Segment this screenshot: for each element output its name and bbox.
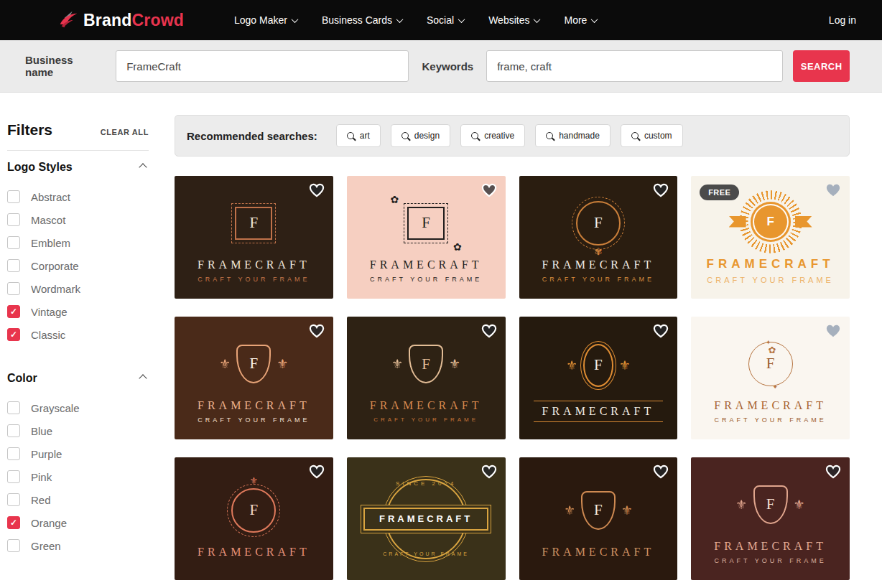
filter-option-blue[interactable]: Blue xyxy=(7,419,149,442)
recommended-pill-creative[interactable]: creative xyxy=(460,124,525,147)
filter-option-corporate[interactable]: Corporate xyxy=(7,254,149,277)
checkbox[interactable] xyxy=(7,493,20,506)
login-link[interactable]: Log in xyxy=(829,14,856,26)
heart-icon[interactable] xyxy=(309,465,325,479)
monogram: F xyxy=(766,215,774,229)
name-ribbon: FRAMECRAFT xyxy=(363,508,488,531)
filter-option-green[interactable]: Green xyxy=(7,534,149,557)
monogram: F xyxy=(422,355,430,373)
nav-more[interactable]: More xyxy=(564,14,597,26)
heart-icon[interactable] xyxy=(825,465,841,479)
filter-option-red[interactable]: Red xyxy=(7,488,149,511)
checkbox[interactable] xyxy=(7,213,20,226)
filter-option-vintage[interactable]: Vintage xyxy=(7,300,149,323)
heart-icon[interactable] xyxy=(825,324,841,338)
recommended-label: Recommended searches: xyxy=(187,130,317,142)
checkbox[interactable] xyxy=(7,305,20,318)
recommended-pill-custom[interactable]: custom xyxy=(621,124,683,147)
brandcrowd-logo[interactable]: BrandCrowd xyxy=(57,9,184,31)
keywords-label: Keywords xyxy=(422,60,473,73)
rose-icon: ✿ xyxy=(453,241,462,253)
logo-card[interactable]: ⚜ F ⚜ FRAMECRAFT CRAFT YOUR FRAME xyxy=(175,317,333,439)
checkbox[interactable] xyxy=(7,516,20,529)
chevron-down-icon xyxy=(458,16,465,23)
logo-tagline: CRAFT YOUR FRAME xyxy=(715,416,827,424)
heart-icon[interactable] xyxy=(653,324,669,338)
logo-card[interactable]: F FRAMECRAFT CRAFT YOUR FRAME xyxy=(175,176,333,299)
heart-icon[interactable] xyxy=(653,465,669,479)
checkbox[interactable] xyxy=(7,236,20,249)
filter-option-purple[interactable]: Purple xyxy=(7,442,149,465)
logo-card[interactable]: F ✾ FRAMECRAFT CRAFT YOUR FRAME xyxy=(519,176,678,299)
heart-icon[interactable] xyxy=(309,183,325,197)
checkbox[interactable] xyxy=(7,282,20,295)
flourish-icon: ⚜ xyxy=(621,503,633,518)
chevron-up-icon xyxy=(139,163,147,171)
checkbox[interactable] xyxy=(7,190,20,203)
brandcrowd-logo-icon xyxy=(57,9,79,31)
filter-option-emblem[interactable]: Emblem xyxy=(7,231,149,254)
filter-option-wordmark[interactable]: Wordmark xyxy=(7,277,149,300)
recommended-pill-handmade[interactable]: handmade xyxy=(535,124,611,147)
recommended-pill-design[interactable]: design xyxy=(391,124,450,147)
logo-grid: F FRAMECRAFT CRAFT YOUR FRAME ✿ ✿ F FRAM… xyxy=(175,176,850,580)
logo-card[interactable]: FREE F FRAMECRAFT CRAFT YOUR FRAME xyxy=(691,176,850,299)
logo-tagline: CRAFT YOUR FRAME xyxy=(715,557,827,564)
logo-tagline: CRAFT YOUR FRAME xyxy=(370,276,482,283)
logo-card[interactable]: ⚜ F ⚜ FRAMECRAFT xyxy=(519,317,678,439)
section-logo-styles[interactable]: Logo Styles xyxy=(7,161,149,174)
clear-all-button[interactable]: CLEAR ALL xyxy=(101,128,149,136)
recommended-searches-bar: Recommended searches: art design creativ… xyxy=(175,115,850,157)
flourish-icon: ⚜ xyxy=(619,358,631,373)
banner-ribbon xyxy=(795,216,812,228)
heart-icon[interactable] xyxy=(825,183,841,197)
monogram: F xyxy=(766,355,775,373)
section-color[interactable]: Color xyxy=(7,372,149,385)
logo-card[interactable]: F ⚜ FRAMECRAFT xyxy=(175,457,333,580)
nav-websites[interactable]: Websites xyxy=(488,14,539,26)
checkbox[interactable] xyxy=(7,259,20,272)
flourish-icon: ⚜ xyxy=(566,358,577,373)
logo-name: FRAMECRAFT xyxy=(198,258,310,271)
logo-card[interactable]: ⚜ F ⚜ FRAMECRAFT CRAFT YOUR FRAME xyxy=(691,457,850,580)
filter-option-orange[interactable]: Orange xyxy=(7,511,149,534)
business-name-input[interactable] xyxy=(116,50,409,82)
heart-icon[interactable] xyxy=(481,324,497,338)
checkbox[interactable] xyxy=(7,424,20,437)
heart-icon[interactable] xyxy=(309,324,325,338)
recommended-pill-art[interactable]: art xyxy=(336,124,381,147)
monogram: F xyxy=(766,495,775,513)
logo-card[interactable]: ⚜ F ⚜ FRAMECRAFT CRAFT YOUR FRAME xyxy=(347,317,506,439)
checkbox[interactable] xyxy=(7,328,20,341)
logo-card[interactable]: ⚜ F ⚜ FRAMECRAFT xyxy=(519,457,678,580)
heart-icon[interactable] xyxy=(481,183,497,197)
logo-name: FRAMECRAFT xyxy=(379,513,473,524)
filter-option-mascot[interactable]: Mascot xyxy=(7,208,149,231)
checkbox[interactable] xyxy=(7,401,20,414)
nav-business-cards[interactable]: Business Cards xyxy=(322,14,402,26)
filter-option-pink[interactable]: Pink xyxy=(7,465,149,488)
search-strip: Business name Keywords SEARCH xyxy=(0,40,882,93)
search-button[interactable]: SEARCH xyxy=(793,50,850,82)
checkbox[interactable] xyxy=(7,447,20,460)
filter-option-abstract[interactable]: Abstract xyxy=(7,185,149,208)
chevron-down-icon xyxy=(396,16,404,23)
logo-card[interactable]: ✿ ✿ F FRAMECRAFT CRAFT YOUR FRAME xyxy=(347,176,506,299)
checkbox[interactable] xyxy=(7,539,20,552)
logo-card[interactable]: F ✿ ✦ ✦ FRAMECRAFT CRAFT YOUR FRAME xyxy=(691,317,850,439)
logo-tagline: CRAFT YOUR FRAME xyxy=(373,416,478,423)
keywords-input[interactable] xyxy=(486,50,783,82)
divider xyxy=(7,150,149,151)
heart-icon[interactable] xyxy=(653,183,669,197)
checkbox[interactable] xyxy=(7,470,20,483)
top-navbar: BrandCrowd Logo Maker Business Cards Soc… xyxy=(0,0,882,40)
filter-option-classic[interactable]: Classic xyxy=(7,323,149,346)
nav-logo-maker[interactable]: Logo Maker xyxy=(234,14,297,26)
filter-option-grayscale[interactable]: Grayscale xyxy=(7,396,149,419)
logo-name: FRAMECRAFT xyxy=(714,399,827,412)
search-icon xyxy=(347,132,354,139)
logo-name: FRAMECRAFT xyxy=(714,540,827,553)
sparkle-icon: ✦ xyxy=(773,383,779,391)
logo-card[interactable]: SINCE 2024 FRAMECRAFT CRAFT YOUR FRAME xyxy=(347,457,506,580)
nav-social[interactable]: Social xyxy=(427,14,464,26)
